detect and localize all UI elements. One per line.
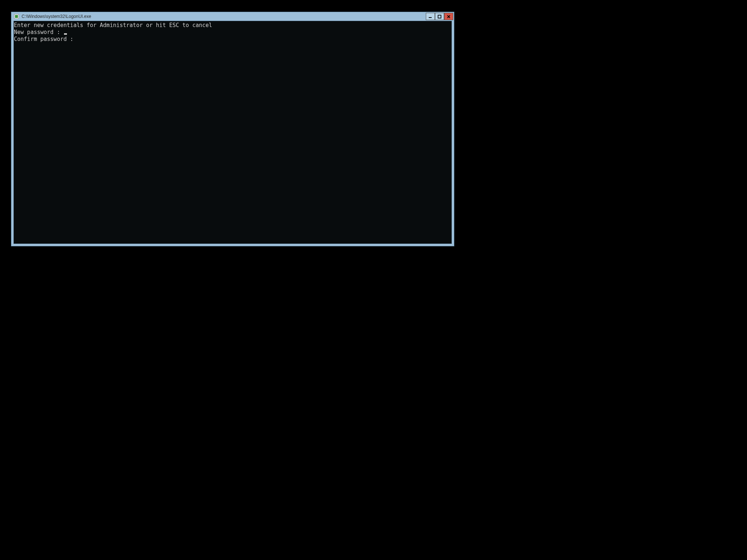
console-prompt-line: Enter new credentials for Administrator … — [14, 22, 451, 29]
window-title: C:\Windows\system32\LogonUI.exe — [22, 14, 426, 19]
text-cursor — [64, 33, 67, 35]
console-window: C:\Windows\system32\LogonUI.exe Enter ne… — [11, 12, 454, 246]
new-password-label: New password : — [14, 29, 63, 35]
minimize-button[interactable] — [426, 13, 435, 20]
maximize-button[interactable] — [435, 13, 444, 20]
console-new-password-line: New password : — [14, 29, 451, 36]
close-button[interactable] — [444, 13, 453, 20]
app-icon — [14, 14, 19, 19]
desktop: C:\Windows\system32\LogonUI.exe Enter ne… — [0, 0, 465, 348]
svg-rect-3 — [438, 15, 441, 18]
console-confirm-password-line: Confirm password : — [14, 36, 451, 43]
svg-rect-1 — [15, 15, 18, 18]
svg-rect-2 — [429, 17, 432, 18]
console-client-area[interactable]: Enter new credentials for Administrator … — [14, 21, 452, 244]
window-buttons — [426, 13, 453, 20]
window-titlebar[interactable]: C:\Windows\system32\LogonUI.exe — [11, 12, 454, 21]
